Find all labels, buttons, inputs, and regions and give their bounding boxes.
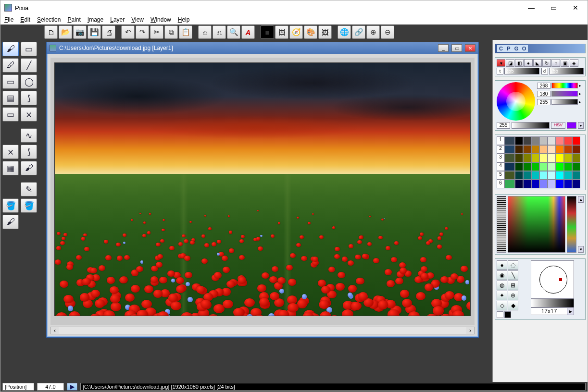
menu-layer[interactable]: Layer — [110, 16, 125, 23]
swatch-13[interactable] — [556, 145, 564, 154]
option-icon-2[interactable]: ◧ — [515, 59, 524, 67]
palette-thumb-3[interactable] — [504, 154, 515, 162]
swatch-47[interactable] — [572, 180, 580, 188]
palette-thumb-4[interactable] — [504, 162, 515, 171]
tool-erase-brush[interactable]: 🖌 — [2, 215, 19, 229]
tb-zoom-in[interactable]: ⊕ — [366, 25, 380, 39]
status-play-button[interactable]: ▶ — [67, 383, 77, 391]
tb-palette[interactable]: 🎨 — [304, 25, 317, 39]
swatch-31[interactable] — [572, 162, 580, 171]
tb-copy[interactable]: ⧉ — [164, 25, 178, 39]
swatch-30[interactable] — [564, 162, 572, 171]
palette-row-6[interactable]: 6 — [497, 180, 504, 188]
swatch-36[interactable] — [548, 171, 556, 180]
swatch-11[interactable] — [539, 145, 548, 154]
brush-hardness[interactable] — [531, 299, 574, 307]
palette-row-4[interactable]: 4 — [497, 162, 504, 171]
tool-close-path[interactable]: ⨯ — [2, 145, 19, 159]
swatch-1[interactable] — [523, 136, 531, 145]
menu-selection[interactable]: Selection — [37, 16, 61, 23]
tool-rect[interactable]: ▭ — [2, 74, 19, 89]
tab-o[interactable]: O — [520, 45, 528, 52]
tool-noise[interactable]: ▦ — [2, 161, 19, 175]
current-color[interactable] — [567, 122, 576, 129]
sat-slider[interactable] — [551, 91, 578, 97]
swatch-4[interactable] — [548, 136, 556, 145]
brush-preview[interactable] — [531, 260, 574, 299]
hue-slider[interactable] — [551, 83, 578, 88]
t-value[interactable]: 255 — [504, 68, 539, 74]
swatch-40[interactable] — [515, 180, 523, 188]
tb-new[interactable]: 🗋 — [44, 25, 58, 39]
tb-undo[interactable]: ↶ — [121, 25, 135, 39]
canvas-viewport[interactable] — [50, 58, 475, 325]
tool-ellipse[interactable]: ◯ — [21, 74, 37, 89]
tb-fgcolor[interactable]: ■ — [261, 25, 274, 39]
canvas-image[interactable] — [54, 62, 471, 316]
swatch-27[interactable] — [539, 162, 548, 171]
swatch-19[interactable] — [539, 154, 548, 162]
bg-swatch[interactable] — [504, 311, 511, 318]
hue-arrow-icon[interactable]: ▸ — [579, 83, 584, 88]
swatch-2[interactable] — [531, 136, 539, 145]
swatch-41[interactable] — [523, 180, 531, 188]
window-maximize[interactable]: ▭ — [542, 0, 564, 15]
tb-stamp[interactable]: ⎌ — [198, 25, 212, 39]
gradient-scale[interactable] — [497, 196, 506, 253]
swatch-43[interactable] — [539, 180, 548, 188]
menu-edit[interactable]: Edit — [20, 16, 30, 23]
tb-image-adjust[interactable]: 🖼 — [275, 25, 288, 39]
swatch-12[interactable] — [548, 145, 556, 154]
swatch-45[interactable] — [556, 180, 564, 188]
menu-file[interactable]: File — [4, 16, 13, 23]
swatch-16[interactable] — [515, 154, 523, 162]
swatch-29[interactable] — [556, 162, 564, 171]
option-icon-0[interactable]: ▾ — [497, 59, 505, 67]
swatch-10[interactable] — [531, 145, 539, 154]
sat-value[interactable]: 180 — [537, 91, 550, 97]
status-value[interactable]: 47.0 — [37, 383, 64, 391]
palette-thumb-6[interactable] — [504, 180, 515, 188]
option-icon-3[interactable]: ● — [524, 59, 533, 67]
horizontal-scrollbar[interactable]: ‹ › — [50, 327, 475, 334]
tb-print[interactable]: 🖨 — [102, 25, 115, 39]
option-icon-4[interactable]: ◣ — [533, 59, 542, 67]
brush-shape-5[interactable]: ◍ — [497, 281, 507, 290]
color-arrow-icon[interactable]: ▸ — [578, 122, 584, 129]
sat-arrow-icon[interactable]: ▸ — [579, 91, 584, 96]
val-arrow-icon[interactable]: ▸ — [579, 99, 584, 104]
doc-minimize[interactable]: _ — [438, 44, 449, 52]
brush-shape-9[interactable]: ◇ — [497, 301, 507, 310]
swatch-38[interactable] — [564, 171, 572, 180]
brush-shape-6[interactable]: ⊞ — [508, 281, 518, 290]
brush-shape-7[interactable]: ✦ — [497, 291, 507, 300]
tb-paste[interactable]: 📋 — [179, 25, 192, 39]
brush-shape-3[interactable]: ◉ — [497, 270, 507, 280]
window-minimize[interactable]: — — [520, 0, 542, 15]
color-wheel[interactable] — [497, 82, 535, 121]
swatch-15[interactable] — [572, 145, 580, 154]
tool-lasso[interactable]: ⟆ — [21, 91, 37, 105]
scroll-right[interactable]: › — [466, 327, 474, 334]
d-value[interactable]: 255 — [549, 68, 584, 74]
gradient-field[interactable] — [508, 196, 565, 253]
swatch-26[interactable] — [531, 162, 539, 171]
document-titlebar[interactable]: C:\Users\Jon\Pictures\download.jpg [Laye… — [47, 42, 478, 54]
swatch-32[interactable] — [515, 171, 523, 180]
tb-link[interactable]: 🔗 — [352, 25, 365, 39]
brush-shape-8[interactable]: ⊛ — [508, 291, 518, 300]
swatch-20[interactable] — [548, 154, 556, 162]
option-icon-8[interactable]: ◈ — [570, 59, 578, 67]
tool-line[interactable]: ╱ — [21, 58, 37, 73]
tool-curve[interactable]: ∿ — [21, 128, 37, 143]
palette-thumb-1[interactable] — [504, 136, 515, 145]
swatch-17[interactable] — [523, 154, 531, 162]
bottom-gradient[interactable] — [512, 122, 550, 129]
tb-text[interactable]: A — [241, 25, 255, 39]
tab-g[interactable]: G — [513, 45, 520, 52]
option-icon-6[interactable]: ○ — [551, 59, 560, 67]
brush-shape-10[interactable]: ◆ — [508, 301, 518, 310]
tool-smudge[interactable]: 🖌 — [21, 161, 37, 175]
tb-stamp2[interactable]: ⎌ — [213, 25, 226, 39]
tb-image-2[interactable]: 🖼 — [318, 25, 332, 39]
